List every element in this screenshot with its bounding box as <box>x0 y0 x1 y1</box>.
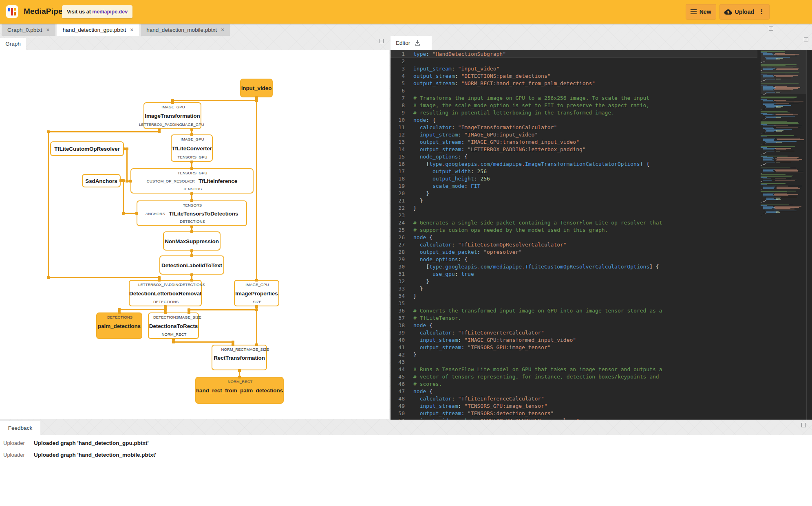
port-label: SIZE <box>229 299 286 304</box>
code-line-25[interactable]: 25# supports custom ops needed by the mo… <box>391 227 757 234</box>
download-icon[interactable] <box>414 40 421 46</box>
code-line-14[interactable]: 14 output_stream: "LETTERBOX_PADDING:let… <box>391 146 757 153</box>
upload-menu-icon[interactable]: ⋮ <box>759 8 765 15</box>
graph-node-palm_detections[interactable]: DETECTIONSpalm_detections <box>96 312 142 339</box>
code-line-6[interactable]: 6 <box>391 87 757 95</box>
minimap[interactable] <box>761 51 806 279</box>
code-text: input_stream: "IMAGE_GPU:input_video" <box>405 131 538 139</box>
code-line-35[interactable]: 35 <box>391 300 757 307</box>
code-line-23[interactable]: 23 <box>391 212 757 219</box>
mediapipe-dev-link[interactable]: mediapipe.dev <box>92 9 128 15</box>
graph-node-ssd_anchors[interactable]: SsdAnchors <box>82 174 121 187</box>
code-line-42[interactable]: 42} <box>391 351 757 359</box>
editor-tab-label: Editor <box>396 40 410 46</box>
code-line-29[interactable]: 29 node_options: { <box>391 256 757 263</box>
code-text: node: { <box>405 117 436 124</box>
code-line-45[interactable]: 45# vector of tensors representing, for … <box>391 373 757 381</box>
graph-node-detections_to_rects[interactable]: DETECTIONSIMAGE_SIZENORM_RECTDetectionsT… <box>148 312 199 339</box>
graph-edge-joint <box>164 311 167 314</box>
code-line-48[interactable]: 48 calculator: "TfLiteInferenceCalculato… <box>391 395 757 403</box>
code-line-27[interactable]: 27 calculator: "TfLiteCustomOpResolverCa… <box>391 241 757 249</box>
tab-feedback[interactable]: Feedback <box>0 421 40 435</box>
code-line-12[interactable]: 12 input_stream: "IMAGE_GPU:input_video" <box>391 131 757 139</box>
node-title: RectTransformation <box>214 354 265 361</box>
popout-graph-panel-icon[interactable] <box>379 39 384 43</box>
code-line-33[interactable]: 33 } <box>391 285 757 293</box>
code-line-24[interactable]: 24# Generates a single side packet conta… <box>391 219 757 227</box>
graph-node-tflite_inference[interactable]: TENSORS_GPUTENSORSCUSTOM_OP_RESOLVERTfLi… <box>130 168 254 194</box>
code-line-50[interactable]: 50 output_stream: "TENSORS:detection_ten… <box>391 410 757 417</box>
code-line-13[interactable]: 13 output_stream: "IMAGE_GPU:transformed… <box>391 139 757 146</box>
code-line-22[interactable]: 22} <box>391 205 757 212</box>
file-tab-hand_detection_mobile.pbtxt[interactable]: hand_detection_mobile.pbtxt× <box>141 24 230 36</box>
code-line-5[interactable]: 5output_stream: "NORM_RECT:hand_rect_fro… <box>391 80 757 87</box>
popout-tabstrip-icon[interactable] <box>769 26 773 31</box>
tab-graph[interactable]: Graph <box>0 38 26 50</box>
code-line-30[interactable]: 30 [type.googleapis.com/mediapipe.TfLite… <box>391 263 757 271</box>
code-line-44[interactable]: 44# Runs a TensorFlow Lite model on GPU … <box>391 366 757 373</box>
graph-node-detection_label_id_to_text[interactable]: DetectionLabelIdToText <box>159 255 224 275</box>
close-tab-icon[interactable]: × <box>46 27 50 33</box>
code-line-46[interactable]: 46# scores. <box>391 381 757 388</box>
tab-editor[interactable]: Editor <box>391 36 432 50</box>
code-text: calculator: "TfLiteCustomOpResolverCalcu… <box>405 241 567 249</box>
graph-node-tflite_custom_op_resolver[interactable]: TfLiteCustomOpResolver <box>50 141 124 156</box>
graph-node-rect_transformation[interactable]: NORM_RECTIMAGE_SIZERectTransformation <box>212 345 267 370</box>
code-line-7[interactable]: 7# Transforms the input image on GPU to … <box>391 95 757 102</box>
upload-button[interactable]: Upload ⋮ <box>719 4 770 20</box>
code-line-34[interactable]: 34} <box>391 293 757 300</box>
graph-node-hand_rect_from_palm_detections[interactable]: NORM_RECThand_rect_from_palm_detections <box>195 377 284 404</box>
editor-scrollbar[interactable] <box>806 50 807 420</box>
code-line-43[interactable]: 43 <box>391 359 757 366</box>
code-line-32[interactable]: 32 } <box>391 278 757 285</box>
graph-node-tflite_converter[interactable]: IMAGE_GPUTENSORS_GPUTfLiteConverter <box>171 134 213 162</box>
code-line-39[interactable]: 39 calculator: "TfLiteConverterCalculato… <box>391 329 757 337</box>
code-editor[interactable]: 1type: "HandDetectionSubgraph"23input_st… <box>391 50 812 420</box>
code-line-9[interactable]: 9# resulting in potential letterboxing i… <box>391 109 757 117</box>
close-tab-icon[interactable]: × <box>130 27 133 33</box>
graph-node-input_video[interactable]: input_video <box>240 79 273 97</box>
code-line-31[interactable]: 31 use_gpu: true <box>391 271 757 278</box>
graph-node-tflite_tensors_to_detections[interactable]: TENSORSDETECTIONSANCHORSTfLiteTensorsToD… <box>137 200 247 226</box>
code-line-38[interactable]: 38node { <box>391 322 757 329</box>
code-line-41[interactable]: 41 output_stream: "TENSORS_GPU:image_ten… <box>391 344 757 351</box>
graph-canvas[interactable]: input_videoIMAGE_GPULETTERBOX_PADDINGIMA… <box>0 50 389 419</box>
code-line-4[interactable]: 4output_stream: "DETECTIONS:palm_detecti… <box>391 73 757 80</box>
close-tab-icon[interactable]: × <box>221 27 224 33</box>
code-line-1[interactable]: 1type: "HandDetectionSubgraph" <box>391 51 757 58</box>
line-number: 20 <box>391 190 405 197</box>
code-line-26[interactable]: 26node { <box>391 234 757 241</box>
code-line-2[interactable]: 2 <box>391 58 757 65</box>
code-line-15[interactable]: 15 node_options: { <box>391 153 757 161</box>
code-line-49[interactable]: 49 input_stream: "TENSORS_GPU:image_tens… <box>391 403 757 410</box>
feedback-source: Uploader <box>0 440 34 446</box>
code-line-8[interactable]: 8# image, the scale_mode option is set t… <box>391 102 757 109</box>
code-line-47[interactable]: 47node { <box>391 388 757 395</box>
file-tab-hand_detection_gpu.pbtxt[interactable]: hand_detection_gpu.pbtxt× <box>57 24 139 36</box>
graph-node-detection_letterbox_removal[interactable]: LETTERBOX_PADDINGDETECTIONSDETECTIONSDet… <box>129 280 202 306</box>
port-label: CUSTOM_OP_RESOLVER <box>147 179 195 183</box>
code-line-20[interactable]: 20 } <box>391 190 757 197</box>
code-line-16[interactable]: 16 [type.googleapis.com/mediapipe.ImageT… <box>391 161 757 168</box>
code-line-28[interactable]: 28 output_side_packet: "opresolver" <box>391 249 757 256</box>
new-button[interactable]: New <box>686 4 716 20</box>
code-line-19[interactable]: 19 scale_mode: FIT <box>391 183 757 190</box>
popout-feedback-panel-icon[interactable] <box>801 423 806 427</box>
code-text: # resulting in potential letterboxing in… <box>405 109 614 117</box>
code-line-10[interactable]: 10node: { <box>391 117 757 124</box>
code-line-21[interactable]: 21 } <box>391 197 757 205</box>
code-line-37[interactable]: 37# TfLiteTensor. <box>391 315 757 322</box>
popout-editor-panel-icon[interactable] <box>804 37 808 42</box>
code-line-40[interactable]: 40 input_stream: "IMAGE_GPU:transformed_… <box>391 337 757 344</box>
code-text: output_stream: "TENSORS:detection_tensor… <box>405 410 554 417</box>
code-line-36[interactable]: 36# Converts the transformed input image… <box>391 307 757 315</box>
code-line-11[interactable]: 11 calculator: "ImageTransformationCalcu… <box>391 124 757 131</box>
file-tab-Graph_0.pbtxt[interactable]: Graph_0.pbtxt× <box>2 24 55 36</box>
code-line-17[interactable]: 17 output_width: 256 <box>391 168 757 175</box>
code-lines[interactable]: 1type: "HandDetectionSubgraph"23input_st… <box>391 51 757 420</box>
graph-node-image_properties[interactable]: IMAGE_GPUSIZEImageProperties <box>234 280 279 306</box>
code-line-3[interactable]: 3input_stream: "input_video" <box>391 65 757 73</box>
graph-node-non_max_suppression[interactable]: NonMaxSuppression <box>163 231 221 251</box>
code-line-18[interactable]: 18 output_height: 256 <box>391 175 757 183</box>
graph-node-image_transformation[interactable]: IMAGE_GPULETTERBOX_PADDINGIMAGE_GPUImage… <box>143 102 201 129</box>
